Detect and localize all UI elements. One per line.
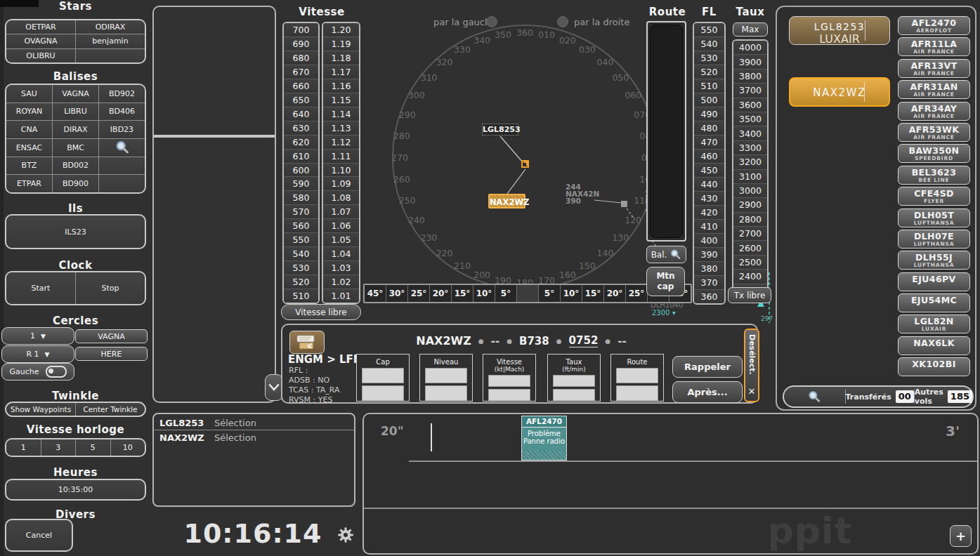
flight-level-option[interactable]: 410 [694,220,724,234]
flight-level-option[interactable]: 520 [694,65,724,79]
rate-option[interactable]: 3500 [733,112,767,126]
speed-mach-option[interactable]: 1.01 [323,289,359,303]
speed-kt-option[interactable]: 560 [284,219,318,233]
speed-kt-option[interactable]: 620 [284,135,318,150]
flight-level-option[interactable]: 550 [694,23,724,37]
timeline-event-card[interactable]: AFL2470 Problème Panne radio [521,416,567,461]
settings-button[interactable] [337,526,355,547]
field-input-next[interactable] [488,389,530,401]
taux-max-button[interactable]: Max [733,22,768,37]
field-input-next[interactable] [425,385,467,401]
speed-mach-option[interactable]: 1.15 [323,93,359,107]
flight-strip-button[interactable]: DLH07ELUFTHANSA [898,230,970,249]
flight-strip-button[interactable]: AFL2470AEROFLOT [898,16,970,35]
flight-strip-button[interactable]: XK102BI [898,357,970,376]
balise-button[interactable]: VAGNA [53,85,98,102]
show-waypoints-button[interactable]: Show Waypoints [6,403,75,416]
heading-button[interactable]: 25° [408,285,430,302]
flight-level-option[interactable]: 480 [694,121,724,135]
balise-button[interactable]: SAU [6,85,52,102]
speed-mach-option[interactable]: 1.03 [323,261,359,275]
waypoint-list-panel[interactable] [152,6,276,403]
speed-kt-option[interactable]: 650 [284,93,318,107]
star-button[interactable]: ODIRAX [76,20,145,34]
flight-level-option[interactable]: 360 [694,290,724,303]
star-button[interactable]: OVAGNA [6,34,75,48]
speed-mach-option[interactable]: 1.14 [323,107,359,121]
speed-mach-option[interactable]: 1.05 [323,233,359,247]
flight-strip-button[interactable]: AFR31ANAIR FRANCE [898,80,970,99]
heading-button[interactable]: 20° [604,285,626,302]
balise-button[interactable]: ROYAN [6,103,52,121]
flight-strip-button[interactable]: NAX6LK [898,336,970,355]
heading-button[interactable]: 5° [539,285,561,302]
flight-level-option[interactable]: 530 [694,51,724,65]
heading-button[interactable]: 10° [473,285,495,302]
rate-option[interactable]: 3100 [733,170,767,184]
rate-option[interactable]: 3800 [733,70,767,84]
rate-option[interactable]: 3900 [733,55,767,69]
rate-option[interactable]: 3300 [733,141,767,155]
flight-level-option[interactable]: 390 [694,248,724,262]
speed-mach-option[interactable]: 1.18 [323,51,359,65]
speed-mach-option[interactable]: 1.20 [323,23,359,37]
balise-button[interactable]: CNA [6,121,52,138]
flight-level-option[interactable]: 500 [694,93,724,107]
print-strip-button[interactable] [289,331,325,354]
selected-strip-lgl8253[interactable]: LGL8253 LUXAIR [789,16,890,45]
flight-level-option[interactable]: 460 [694,150,724,164]
circle-center-here-button[interactable]: HERE [75,347,148,361]
speed-mach-option[interactable]: 1.06 [323,219,359,233]
rate-option[interactable]: 2800 [733,213,767,227]
radar-label-nax2wz[interactable]: NAX2WZ [488,194,525,208]
speed-mach-option[interactable]: 1.04 [323,247,359,261]
deselect-button[interactable]: Desélect. ✕ [744,329,759,402]
flight-strip-button[interactable]: CFE4SDFLYER [898,187,970,206]
balise-button[interactable]: BMC [53,139,98,157]
flight-level-option[interactable]: 510 [694,79,724,93]
speed-kt-option[interactable]: 540 [284,247,318,261]
rate-option[interactable]: 4000 [733,41,767,55]
radar-target-selected[interactable] [521,160,529,168]
flight-level-option[interactable]: 440 [694,178,724,192]
field-input-next[interactable] [553,389,595,401]
clock-speed-option[interactable]: 10 [111,439,145,456]
balise-button[interactable]: IBD23 [99,121,145,138]
speed-kt-option[interactable]: 640 [284,107,318,121]
tx-libre-button[interactable]: Tx libre [728,287,771,303]
clock-speed-option[interactable]: 3 [41,439,76,456]
balise-button[interactable]: BD902 [99,85,145,102]
speed-kt-option[interactable]: 530 [284,261,318,275]
rate-option[interactable]: 2600 [733,241,767,255]
speed-kt-option[interactable]: 670 [284,65,318,79]
flight-strip-button[interactable]: EJU46PV [898,272,970,291]
speed-mach-option[interactable]: 1.17 [323,65,359,79]
speed-kt-option[interactable]: 690 [284,37,318,51]
star-button[interactable]: OETPAR [6,20,75,34]
ils23-button[interactable]: ILS23 [5,214,146,249]
flight-strip-button[interactable]: DLH05TLUFTHANSA [898,208,970,227]
star-button[interactable]: OLIBRU [6,49,75,62]
balise-button[interactable]: BD002 [53,157,98,175]
heading-button[interactable]: 45° [365,285,386,302]
heading-button[interactable]: 15° [582,285,604,302]
field-input-current[interactable] [425,368,467,383]
field-input-current[interactable] [488,375,530,387]
speed-mach-option[interactable]: 1.08 [323,191,359,205]
field-input-next[interactable] [616,385,658,401]
flight-level-option[interactable]: 380 [694,262,724,276]
vitesse-libre-button[interactable]: Vitesse libre [281,304,361,320]
rate-option[interactable]: 3400 [733,126,767,140]
flight-level-option[interactable]: 370 [694,276,724,290]
speed-mach-option[interactable]: 1.02 [323,275,359,289]
speed-mach-option[interactable]: 1.11 [323,150,359,164]
heading-button[interactable]: 15° [452,285,473,302]
field-input-current[interactable] [616,368,658,383]
speed-kt-option[interactable]: 590 [284,177,318,191]
star-button[interactable]: benjamin [76,34,145,48]
clock-speed-option[interactable]: 5 [76,439,110,456]
circle-center-vagna-button[interactable]: VAGNA [75,329,148,343]
strips-search-button[interactable] [784,390,846,404]
heading-button[interactable]: 10° [561,285,582,302]
speed-mach-option[interactable]: 1.16 [323,79,359,93]
